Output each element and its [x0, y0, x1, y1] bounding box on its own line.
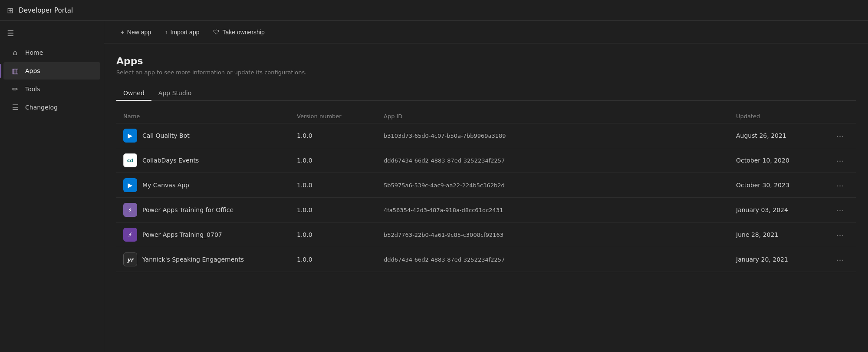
shield-icon: 🛡 [213, 28, 220, 36]
sidebar-label-apps: Apps [25, 67, 40, 74]
app-updated: January 20, 2021 [736, 256, 832, 263]
app-updated: October 30, 2023 [736, 182, 832, 189]
more-options-button[interactable]: ··· [832, 154, 849, 167]
table-row[interactable]: yr Yannick's Speaking Engagements 1.0.0 … [116, 247, 856, 272]
app-icon: ▶ [123, 129, 137, 143]
import-app-label: Import app [171, 29, 200, 36]
main-layout: ☰ ⌂ Home ▦ Apps ✏ Tools ☰ Changelog + Ne… [0, 21, 868, 352]
app-name-cell: cd CollabDays Events [123, 153, 297, 167]
sidebar-item-home[interactable]: ⌂ Home [3, 44, 100, 61]
apps-table: Name Version number App ID Updated ▶ Cal… [116, 110, 856, 272]
col-header-updated: Updated [736, 113, 832, 120]
table-header: Name Version number App ID Updated [116, 110, 856, 123]
col-header-actions [832, 113, 849, 120]
app-id: 5b5975a6-539c-4ac9-aa22-224b5c362b2d [384, 182, 736, 189]
app-name: Power Apps Training for Office [142, 206, 233, 213]
toolbar: + New app ↑ Import app 🛡 Take ownership [104, 21, 868, 43]
col-header-version: Version number [297, 113, 384, 120]
take-ownership-label: Take ownership [222, 29, 264, 36]
new-app-button[interactable]: + New app [115, 26, 157, 38]
app-name-cell: ⚡ Power Apps Training_0707 [123, 228, 297, 242]
sidebar: ☰ ⌂ Home ▦ Apps ✏ Tools ☰ Changelog [0, 21, 104, 352]
more-options-button[interactable]: ··· [832, 253, 849, 266]
app-updated: June 28, 2021 [736, 231, 832, 238]
hamburger-icon: ☰ [7, 29, 14, 38]
new-app-label: New app [127, 29, 151, 36]
page-title: Apps [116, 56, 856, 66]
more-options-button[interactable]: ··· [832, 129, 849, 143]
sidebar-label-tools: Tools [25, 86, 40, 93]
sidebar-label-changelog: Changelog [25, 104, 58, 111]
tab-app-studio[interactable]: App Studio [151, 86, 198, 101]
import-app-button[interactable]: ↑ Import app [159, 26, 205, 38]
table-row[interactable]: ▶ Call Quality Bot 1.0.0 b3103d73-65d0-4… [116, 123, 856, 148]
app-name: Yannick's Speaking Engagements [142, 256, 244, 263]
app-id: ddd67434-66d2-4883-87ed-3252234f2257 [384, 157, 736, 164]
sidebar-item-tools[interactable]: ✏ Tools [3, 80, 100, 98]
more-options-button[interactable]: ··· [832, 228, 849, 242]
app-name: My Canvas App [142, 182, 189, 189]
app-version: 1.0.0 [297, 157, 384, 164]
grid-icon[interactable]: ⊞ [7, 6, 13, 15]
app-id: 4fa56354-42d3-487a-918a-d8cc61dc2431 [384, 207, 736, 213]
more-options-button[interactable]: ··· [832, 203, 849, 217]
app-version: 1.0.0 [297, 132, 384, 139]
table-row[interactable]: ▶ My Canvas App 1.0.0 5b5975a6-539c-4ac9… [116, 173, 856, 198]
more-options-button[interactable]: ··· [832, 179, 849, 192]
app-name-cell: yr Yannick's Speaking Engagements [123, 252, 297, 266]
sidebar-item-apps[interactable]: ▦ Apps [3, 62, 100, 80]
content-area: + New app ↑ Import app 🛡 Take ownership … [104, 21, 868, 352]
app-id: ddd67434-66d2-4883-87ed-3252234f2257 [384, 256, 736, 263]
sidebar-item-changelog[interactable]: ☰ Changelog [3, 99, 100, 116]
app-name-cell: ▶ Call Quality Bot [123, 129, 297, 143]
page-content: Apps Select an app to see more informati… [104, 43, 868, 352]
table-row[interactable]: cd CollabDays Events 1.0.0 ddd67434-66d2… [116, 148, 856, 173]
tools-icon: ✏ [10, 85, 20, 93]
app-name-cell: ▶ My Canvas App [123, 178, 297, 192]
app-icon: cd [123, 153, 137, 167]
app-updated: January 03, 2024 [736, 206, 832, 213]
app-name: CollabDays Events [142, 157, 199, 164]
app-icon: ▶ [123, 178, 137, 192]
tab-owned[interactable]: Owned [116, 86, 151, 101]
col-header-name: Name [123, 113, 297, 120]
app-name: Power Apps Training_0707 [142, 231, 222, 238]
home-icon: ⌂ [10, 48, 20, 57]
col-header-appid: App ID [384, 113, 736, 120]
app-icon: ⚡ [123, 203, 137, 217]
sidebar-label-home: Home [25, 49, 43, 56]
app-icon: ⚡ [123, 228, 137, 242]
import-icon: ↑ [165, 29, 168, 35]
app-version: 1.0.0 [297, 206, 384, 213]
sidebar-toggle[interactable]: ☰ [0, 24, 104, 42]
app-name: Call Quality Bot [142, 132, 190, 139]
app-version: 1.0.0 [297, 256, 384, 263]
changelog-icon: ☰ [10, 103, 20, 112]
take-ownership-button[interactable]: 🛡 Take ownership [207, 26, 270, 38]
app-title: Developer Portal [19, 7, 73, 14]
topbar: ⊞ Developer Portal [0, 0, 868, 21]
app-name-cell: ⚡ Power Apps Training for Office [123, 203, 297, 217]
app-updated: August 26, 2021 [736, 132, 832, 139]
app-id: b52d7763-22b0-4a61-9c85-c3008cf92163 [384, 232, 736, 238]
table-row[interactable]: ⚡ Power Apps Training_0707 1.0.0 b52d776… [116, 222, 856, 247]
app-icon: yr [123, 252, 137, 266]
plus-icon: + [121, 28, 125, 36]
table-row[interactable]: ⚡ Power Apps Training for Office 1.0.0 4… [116, 198, 856, 222]
app-id: b3103d73-65d0-4c07-b50a-7bb9969a3189 [384, 133, 736, 139]
tabs-container: Owned App Studio [116, 86, 856, 101]
page-subtitle: Select an app to see more information or… [116, 69, 856, 76]
apps-icon: ▦ [10, 66, 20, 75]
app-updated: October 10, 2020 [736, 157, 832, 164]
app-version: 1.0.0 [297, 182, 384, 189]
app-version: 1.0.0 [297, 231, 384, 238]
